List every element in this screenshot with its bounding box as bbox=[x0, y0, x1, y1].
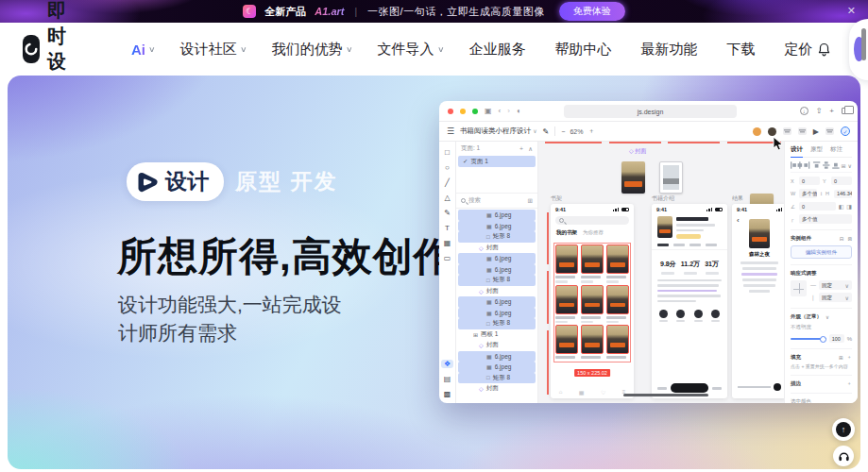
y-field[interactable]: 0 bbox=[831, 177, 852, 185]
frame-tool-icon[interactable]: □ bbox=[445, 148, 450, 157]
layer-row[interactable]: □ 矩形 8 bbox=[458, 373, 536, 384]
audio-play-button[interactable] bbox=[774, 383, 781, 391]
primary-action-button[interactable] bbox=[671, 383, 708, 393]
maximize-traffic-light[interactable] bbox=[472, 109, 478, 114]
invite-icon[interactable] bbox=[798, 127, 807, 135]
page-row-selected[interactable]: ✓ 页面 1 bbox=[458, 156, 536, 167]
opacity-value[interactable]: 100 bbox=[829, 334, 844, 343]
nav-menu-item[interactable]: 企业服务 bbox=[468, 41, 529, 59]
nav-menu-item[interactable]: 设计社区 ∨ bbox=[180, 41, 247, 59]
reset-icon[interactable]: ⊠ bbox=[847, 236, 852, 242]
back-to-top-button[interactable]: ↑ bbox=[832, 418, 855, 441]
layer-row[interactable]: □ 矩形 8 bbox=[458, 318, 536, 329]
zoom-in-button[interactable]: ＋ bbox=[587, 126, 594, 136]
layer-row[interactable]: ▦ 6.jpeg bbox=[458, 253, 536, 264]
ellipse-tool-icon[interactable]: ○ bbox=[445, 163, 450, 172]
cover-component-thumb[interactable] bbox=[621, 161, 645, 194]
layer-row[interactable]: ◇ 封面 bbox=[458, 243, 536, 254]
main-menu-icon[interactable]: ☰ bbox=[447, 126, 454, 136]
phone-frame-reader[interactable]: 9:41 ‹ 森林之夜 bbox=[732, 204, 784, 398]
nav-menu-item[interactable]: Ai ∨ bbox=[131, 42, 155, 58]
width-field[interactable]: 多个值 bbox=[799, 189, 817, 198]
layer-row[interactable]: ▦ 6.jpeg bbox=[458, 362, 536, 373]
opacity-slider[interactable] bbox=[791, 338, 826, 340]
layer-row[interactable]: ◇ 封面 bbox=[458, 286, 536, 297]
detach-icon[interactable]: ⊟ bbox=[840, 236, 844, 242]
assets-panel-icon[interactable]: ▤ bbox=[444, 375, 451, 383]
layer-row[interactable]: □ 矩形 8 bbox=[458, 275, 536, 286]
polygon-tool-icon[interactable]: △ bbox=[444, 194, 450, 202]
layer-row[interactable]: ◇ 封面 bbox=[458, 383, 536, 395]
corner-radius-field[interactable]: 多个值 bbox=[799, 214, 852, 224]
layer-row[interactable]: ▦ 6.jpeg bbox=[458, 221, 536, 232]
export-icon[interactable] bbox=[825, 127, 834, 135]
banner-cta-button[interactable]: 免费体验 bbox=[559, 2, 625, 21]
nav-menu-item[interactable]: 最新功能 bbox=[640, 41, 701, 59]
alignment-row[interactable]: ⊞ ∨ bbox=[791, 158, 852, 173]
layer-row[interactable]: ▦ 6.jpeg bbox=[458, 264, 536, 276]
zoom-out-button[interactable]: − bbox=[561, 128, 565, 135]
height-field[interactable]: 146.34 bbox=[834, 190, 852, 198]
canvas-horizontal-scrollbar[interactable] bbox=[623, 394, 708, 396]
flip-horizontal-icon[interactable]: ◧ bbox=[839, 203, 844, 210]
close-traffic-light[interactable] bbox=[448, 109, 453, 114]
edit-instance-button[interactable]: 编辑实例组件 bbox=[791, 245, 852, 259]
phone-frame-bookshelf[interactable]: 9:41 我的书架 为你推荐 150 x 225.02 ⌂▦♡≡ bbox=[551, 204, 634, 398]
sidebar-toggle-icon[interactable]: ▣ bbox=[485, 107, 492, 115]
layer-row[interactable]: ▦ 6.jpeg bbox=[458, 308, 536, 319]
document-title[interactable]: 书籍阅读类小程序设计 ∨ bbox=[460, 126, 537, 136]
filter-icon[interactable]: ⊞ bbox=[528, 197, 533, 205]
layer-row[interactable]: ▦ 6.jpeg bbox=[458, 210, 536, 221]
add-page-icon[interactable]: ＋ bbox=[519, 144, 525, 153]
cover-component-thumb-selected[interactable] bbox=[659, 161, 683, 194]
tab-design[interactable]: 设计 bbox=[791, 145, 803, 154]
new-tab-icon[interactable]: + bbox=[829, 107, 834, 115]
tab-prototype[interactable]: 原型 bbox=[810, 145, 823, 154]
zoom-level[interactable]: 62% bbox=[570, 128, 583, 135]
add-stroke-icon[interactable]: ＋ bbox=[847, 380, 853, 387]
phone-frame-book-detail[interactable]: 9:41 9.8分 11.2万 31万 bbox=[652, 204, 727, 398]
nav-menu-item[interactable]: 下载 bbox=[726, 41, 758, 59]
tab-overview-icon[interactable] bbox=[842, 108, 849, 114]
flip-vertical-icon[interactable]: ◨ bbox=[846, 203, 852, 210]
nav-menu-item[interactable]: 我们的优势 ∨ bbox=[272, 41, 352, 59]
constrain-icon[interactable]: ↕ bbox=[820, 191, 823, 196]
minimize-traffic-light[interactable] bbox=[460, 109, 466, 114]
collaborator-avatar[interactable] bbox=[768, 127, 776, 136]
line-tool-icon[interactable]: ╱ bbox=[445, 178, 450, 187]
notification-bell-icon[interactable] bbox=[816, 42, 832, 58]
collaborator-avatar[interactable] bbox=[753, 127, 761, 136]
vertical-constraint-select[interactable]: 固定 ∨ bbox=[819, 293, 852, 302]
nav-menu-item[interactable]: 文件导入 ∨ bbox=[378, 41, 444, 59]
downloads-icon[interactable]: ↓ bbox=[800, 107, 808, 115]
pen-tool-badge-icon[interactable]: ✎ bbox=[543, 127, 550, 136]
support-button[interactable] bbox=[833, 446, 854, 466]
text-tool-icon[interactable]: T bbox=[445, 224, 450, 232]
frame-label[interactable]: 书籍介绍 bbox=[652, 194, 674, 203]
layer-row[interactable]: ◇ 封面 bbox=[458, 340, 536, 351]
horizontal-constraint-select[interactable]: 固定 ∨ bbox=[819, 280, 852, 290]
banner-close-icon[interactable]: ✕ bbox=[847, 5, 856, 17]
layer-row[interactable]: ▦ 6.jpeg bbox=[458, 296, 536, 308]
tab-annotate[interactable]: 标注 bbox=[830, 145, 842, 154]
layer-row[interactable]: □ 矩形 8 bbox=[458, 231, 536, 243]
pen-tool-icon[interactable]: ✎ bbox=[444, 209, 451, 217]
constraints-diagram[interactable] bbox=[791, 280, 807, 296]
fill-styles-icon[interactable]: ⊞ bbox=[839, 355, 843, 361]
canvas[interactable]: ◇ 封面 书架 书籍介绍 结果 9:41 我的书架 为你推荐 bbox=[538, 142, 784, 403]
page-scrollbar-thumb[interactable] bbox=[861, 28, 866, 60]
x-field[interactable]: 0 bbox=[799, 177, 820, 185]
layer-row[interactable]: ⊞ 画板 1 bbox=[458, 329, 536, 341]
frame-label[interactable]: 结果 bbox=[732, 194, 743, 203]
add-fill-icon[interactable]: ＋ bbox=[847, 354, 853, 361]
back-icon[interactable]: ‹ bbox=[499, 107, 502, 115]
layer-row[interactable]: ▦ 6.jpeg bbox=[458, 351, 536, 362]
layers-search[interactable]: 搜索 ⊞ bbox=[456, 193, 537, 209]
forward-icon[interactable]: › bbox=[507, 107, 510, 115]
url-bar[interactable]: js.design bbox=[564, 105, 737, 118]
present-play-icon[interactable]: ▶ bbox=[813, 127, 819, 136]
sync-status-icon[interactable]: ✓ bbox=[841, 126, 850, 136]
components-panel-icon[interactable]: ❖ bbox=[441, 360, 453, 368]
back-icon[interactable]: ‹ bbox=[737, 216, 740, 225]
library-icon[interactable] bbox=[783, 127, 791, 135]
